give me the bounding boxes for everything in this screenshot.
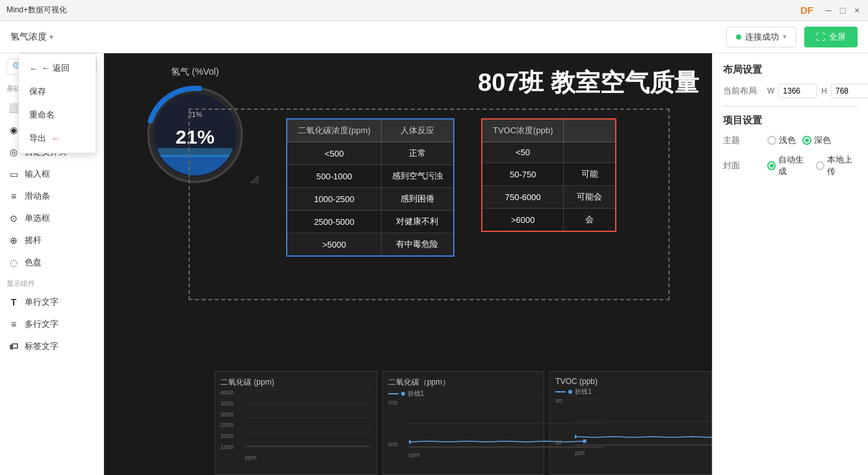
titlebar: Mind+数据可视化 DF ─ □ × — [0, 0, 868, 21]
table-row: >5000 有中毒危险 — [287, 233, 454, 257]
gauge-widget[interactable]: 氢气 (%Vol) — [130, 66, 260, 187]
tvoc-reaction: 会 — [564, 209, 616, 232]
theme-dark-radio[interactable] — [802, 136, 811, 145]
theme-dark-option[interactable]: 深色 — [802, 135, 831, 146]
chart2-body: 700 600 ppm — [388, 400, 539, 458]
tvoc-data-table: TVOC浓度(ppb) <50 50-750 可能 — [481, 118, 616, 232]
cover-auto-label: 自动生成 — [778, 154, 809, 177]
co2-table-widget[interactable]: 二氧化碳浓度(ppm) 人体反应 <500 正常 500-1000 感到空气污浊 — [286, 118, 454, 257]
theme-light-label: 浅色 — [779, 135, 796, 146]
co2-value: 2500-5000 — [287, 211, 381, 233]
layout-row: 当前布局 W H — [723, 84, 858, 98]
cover-auto-option[interactable]: 自动生成 — [767, 154, 809, 177]
table-row: <50 — [482, 142, 616, 163]
chart-co2-line[interactable]: 二氧化碳（ppm） 折线1 700 600 — [382, 371, 545, 475]
sidebar-item-label: 标签文字 — [25, 340, 59, 352]
sidebar-item-label: 滑动条 — [25, 190, 50, 202]
chart1-title: 二氧化碳 (ppm) — [220, 377, 371, 388]
theme-light-option[interactable]: 浅色 — [767, 135, 796, 146]
sidebar-item-colorpicker[interactable]: ◌ 色盘 — [0, 251, 103, 274]
svg-point-23 — [575, 435, 577, 439]
chart3-unit: ppb — [575, 450, 585, 456]
sidebar-item-input[interactable]: ▭ 输入框 — [0, 163, 103, 185]
chart3-body: 40 20 ppb — [555, 398, 706, 456]
layout-settings-title: 布局设置 — [723, 64, 858, 76]
chart1-unit: ppm — [245, 454, 257, 461]
minimize-button[interactable]: ─ — [824, 6, 833, 15]
co2-header-reaction: 人体反应 — [381, 119, 454, 142]
cover-local-radio[interactable] — [816, 161, 824, 170]
layout-label: 当前布局 — [723, 85, 762, 97]
table-row: 750-6000 可能会 — [482, 186, 616, 209]
sidebar-item-single-text[interactable]: T 单行文字 — [0, 291, 103, 313]
panel-divider-1 — [723, 106, 858, 107]
chart3-legend-label: 折线1 — [575, 387, 592, 396]
canvas-content: 807班 教室空气质量 氢气 (%Vol) — [104, 53, 712, 475]
chart3-yaxis: 40 20 — [555, 398, 573, 446]
co2-reaction: 感到空气污浊 — [381, 165, 454, 188]
theme-radio-group: 浅色 深色 — [767, 135, 831, 146]
sidebar-item-slider[interactable]: ≡ 滑动条 — [0, 185, 103, 207]
single-text-icon: T — [8, 296, 20, 308]
tvoc-table-widget[interactable]: TVOC浓度(ppb) <50 50-750 可能 — [481, 118, 616, 232]
chart3-title: TVOC (ppb) — [555, 377, 706, 386]
tvoc-value: >6000 — [482, 209, 564, 232]
fullscreen-button[interactable]: ⛶ 全屏 — [804, 27, 858, 47]
cover-auto-radio[interactable] — [767, 161, 776, 170]
chevron-down-icon: ▾ — [49, 32, 53, 42]
sidebar-item-multi-text[interactable]: ≡ 多行文字 — [0, 313, 103, 335]
main-layout: 🔍 基础组件 + ⬜ 按钮 ◉ 开关 ◎ 自定义开关 ▭ 输入框 ≡ 滑动条 — [0, 53, 868, 475]
close-button[interactable]: × — [852, 6, 861, 15]
chart3-svg — [575, 398, 712, 446]
gauge-resize-handle[interactable] — [251, 174, 259, 186]
co2-reaction: 有中毒危险 — [381, 233, 454, 257]
sidebar-item-label: 单选框 — [25, 212, 50, 224]
toolbar-right: 连接成功 ▾ ⛶ 全屏 — [726, 27, 858, 47]
theme-light-radio[interactable] — [767, 136, 776, 145]
connect-button[interactable]: 连接成功 ▾ — [726, 27, 796, 47]
input-icon: ▭ — [8, 168, 20, 180]
chart-tvoc-line[interactable]: TVOC (ppb) 折线1 40 20 — [549, 371, 712, 475]
svg-line-9 — [256, 181, 259, 183]
sidebar-item-tag-text[interactable]: 🏷 标签文字 — [0, 335, 103, 357]
co2-value: 500-1000 — [287, 165, 381, 188]
cover-label: 封面 — [723, 160, 762, 172]
chart1-svg — [245, 389, 371, 448]
height-input[interactable] — [831, 84, 868, 98]
right-panel: 布局设置 当前布局 W H 项目设置 主题 浅色 深色 — [712, 53, 868, 475]
tvoc-header-concentration: TVOC浓度(ppb) — [482, 119, 564, 142]
maximize-button[interactable]: □ — [838, 6, 847, 15]
cover-local-label: 本地上传 — [827, 154, 858, 177]
joystick-icon: ⊕ — [8, 235, 20, 246]
cover-local-option[interactable]: 本地上传 — [816, 154, 858, 177]
co2-data-table: 二氧化碳浓度(ppm) 人体反应 <500 正常 500-1000 感到空气污浊 — [286, 118, 454, 257]
radio-icon: ⊙ — [8, 212, 20, 224]
co2-reaction: 感到困倦 — [381, 188, 454, 211]
gauge-title: 氢气 (%Vol) — [130, 66, 260, 78]
svg-rect-5 — [155, 148, 235, 157]
chart2-title: 二氧化碳（ppm） — [388, 377, 539, 388]
sidebar-item-label: 输入框 — [25, 168, 50, 180]
co2-value: 1000-2500 — [287, 188, 381, 211]
charts-row: 二氧化碳 (ppm) 4000 3500 3000 2500 2000 1000 — [215, 371, 712, 475]
sidebar-item-label: 色盘 — [25, 257, 42, 268]
sidebar-item-joystick[interactable]: ⊕ 摇杆 — [0, 229, 103, 251]
width-input[interactable] — [778, 84, 817, 98]
table-row: 500-1000 感到空气污浊 — [287, 165, 454, 188]
connect-chevron-icon: ▾ — [783, 32, 787, 41]
tvoc-value: 750-6000 — [482, 186, 564, 209]
sidebar-item-radio[interactable]: ⊙ 单选框 — [0, 207, 103, 229]
app-title: Mind+数据可视化 — [7, 5, 800, 16]
page-title-dropdown[interactable]: 氢气浓度 ▾ — [10, 31, 53, 43]
table-row: >6000 会 — [482, 209, 616, 232]
canvas-area[interactable]: 807班 教室空气质量 氢气 (%Vol) — [104, 53, 712, 475]
fullscreen-icon: ⛶ — [816, 32, 825, 42]
chart-co2-bar[interactable]: 二氧化碳 (ppm) 4000 3500 3000 2500 2000 1000 — [215, 371, 377, 475]
tag-text-icon: 🏷 — [8, 340, 20, 352]
co2-value: >5000 — [287, 233, 381, 257]
svg-text:21%: 21% — [188, 110, 202, 118]
tvoc-reaction: 可能 — [564, 163, 616, 186]
table-row: 1000-2500 感到困倦 — [287, 188, 454, 211]
sidebar-item-label: 摇杆 — [25, 235, 42, 246]
svg-line-8 — [254, 178, 259, 183]
